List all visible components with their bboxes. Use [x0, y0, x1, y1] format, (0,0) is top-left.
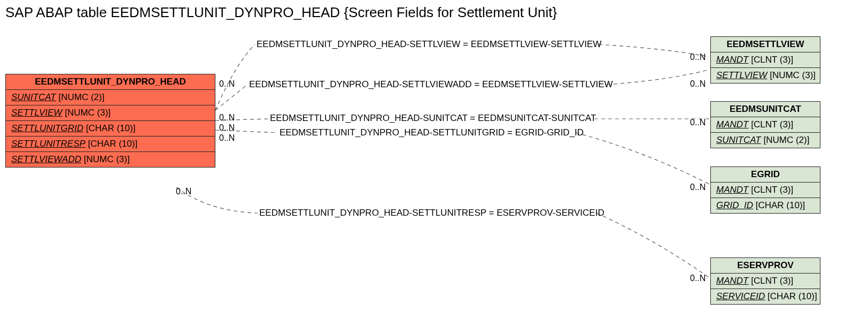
entity-main-field: SETTLUNITGRID [CHAR (10)] [6, 121, 215, 136]
entity-main-field: SUNITCAT [NUMC (2)] [6, 90, 215, 105]
entity-field: MANDT [CLNT (3)] [711, 183, 820, 198]
entity-eservprov: ESERVPROV MANDT [CLNT (3)] SERVICEID [CH… [710, 257, 820, 305]
entity-field: MANDT [CLNT (3)] [711, 274, 820, 289]
field-type: [CHAR (10)] [86, 123, 136, 133]
field-name: SETTLVIEW [716, 70, 767, 80]
entity-field: MANDT [CLNT (3)] [711, 52, 820, 68]
relation-label: EEDMSETTLUNIT_DYNPRO_HEAD-SETTLVIEWADD =… [249, 79, 613, 90]
multiplicity-left: 0..N [219, 113, 235, 123]
multiplicity-left: 0..N [176, 187, 191, 196]
relation-label: EEDMSETTLUNIT_DYNPRO_HEAD-SETTLVIEW = EE… [257, 39, 601, 50]
field-name: MANDT [716, 55, 748, 65]
field-type: [NUMC (2)] [58, 92, 104, 102]
entity-field: SERVICEID [CHAR (10)] [711, 289, 820, 304]
multiplicity-right: 0..N [690, 52, 706, 62]
entity-egrid: EGRID MANDT [CLNT (3)] GRID_ID [CHAR (10… [710, 166, 820, 214]
entity-field: SETTLVIEW [NUMC (3)] [711, 68, 820, 83]
entity-field: MANDT [CLNT (3)] [711, 117, 820, 133]
entity-header: EGRID [711, 167, 820, 183]
multiplicity-left: 0..N [219, 133, 235, 143]
field-type: [CLNT (3)] [751, 276, 793, 286]
multiplicity-right: 0..N [690, 79, 706, 89]
entity-eedmsettlview: EEDMSETTLVIEW MANDT [CLNT (3)] SETTLVIEW… [710, 36, 820, 84]
entity-main-field: SETTLVIEWADD [NUMC (3)] [6, 152, 215, 167]
entity-field: SUNITCAT [NUMC (2)] [711, 133, 820, 148]
multiplicity-right: 0..N [690, 183, 706, 192]
field-type: [NUMC (3)] [770, 70, 816, 80]
field-name: GRID_ID [716, 200, 753, 210]
multiplicity-left: 0..N [219, 123, 235, 133]
field-name: SETTLVIEWADD [11, 154, 81, 164]
entity-header: EEDMSETTLVIEW [711, 37, 820, 52]
multiplicity-left: 0..N [219, 79, 235, 89]
field-type: [CLNT (3)] [751, 185, 793, 195]
field-type: [NUMC (3)] [65, 108, 111, 118]
page-title: SAP ABAP table EEDMSETTLUNIT_DYNPRO_HEAD… [5, 4, 557, 21]
entity-field: GRID_ID [CHAR (10)] [711, 198, 820, 213]
entity-main-header: EEDMSETTLUNIT_DYNPRO_HEAD [6, 74, 215, 90]
field-name: MANDT [716, 276, 748, 286]
relation-label: EEDMSETTLUNIT_DYNPRO_HEAD-SETTLUNITRESP … [259, 208, 604, 218]
field-type: [CLNT (3)] [751, 119, 793, 130]
field-type: [CLNT (3)] [751, 55, 793, 65]
multiplicity-right: 0..N [690, 274, 706, 283]
entity-main: EEDMSETTLUNIT_DYNPRO_HEAD SUNITCAT [NUMC… [5, 74, 215, 168]
field-type: [NUMC (3)] [84, 154, 130, 164]
entity-header: EEDMSUNITCAT [711, 102, 820, 117]
field-name: SETTLUNITRESP [11, 139, 86, 149]
field-type: [CHAR (10)] [88, 139, 138, 149]
entity-main-field: SETTLVIEW [NUMC (3)] [6, 105, 215, 121]
relation-label: EEDMSETTLUNIT_DYNPRO_HEAD-SUNITCAT = EED… [270, 113, 596, 124]
entity-main-field: SETTLUNITRESP [CHAR (10)] [6, 136, 215, 152]
relation-label: EEDMSETTLUNIT_DYNPRO_HEAD-SETTLUNITGRID … [280, 127, 584, 138]
field-name: SETTLVIEW [11, 108, 62, 118]
multiplicity-right: 0..N [690, 118, 706, 127]
field-type: [NUMC (2)] [763, 135, 809, 145]
entity-header: ESERVPROV [711, 258, 820, 274]
field-name: SERVICEID [716, 291, 765, 301]
field-name: MANDT [716, 119, 748, 130]
field-type: [CHAR (10)] [768, 291, 817, 301]
entity-eedmsunitcat: EEDMSUNITCAT MANDT [CLNT (3)] SUNITCAT [… [710, 101, 820, 148]
field-name: SUNITCAT [716, 135, 761, 145]
field-name: MANDT [716, 185, 748, 195]
field-name: SUNITCAT [11, 92, 56, 102]
field-name: SETTLUNITGRID [11, 123, 83, 133]
field-type: [CHAR (10)] [756, 200, 805, 210]
